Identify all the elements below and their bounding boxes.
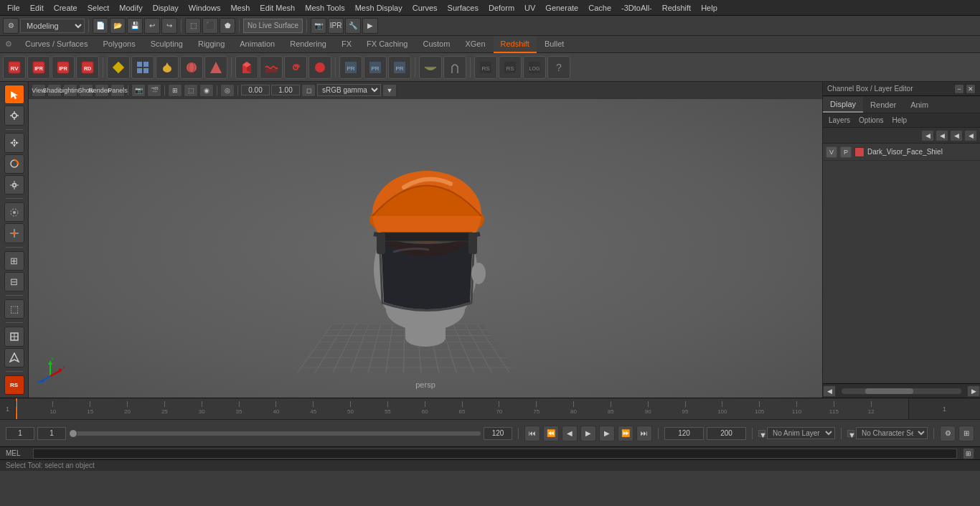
vp-camera-btn[interactable]: 📷 xyxy=(131,84,146,97)
range-end-input[interactable] xyxy=(484,427,512,440)
select-tool-btn[interactable] xyxy=(4,85,24,104)
tab-sculpting[interactable]: Sculpting xyxy=(143,36,190,53)
render-btn[interactable]: ▶ xyxy=(362,18,378,34)
shelf-icon-cube-red[interactable] xyxy=(235,56,258,79)
vp-grid-btn[interactable]: ⊞ xyxy=(168,84,182,97)
layer-color-swatch[interactable] xyxy=(854,147,864,157)
timeline-ruler[interactable]: 5101520253035404550556065707580859095100… xyxy=(16,398,908,419)
pb-settings-btn[interactable]: ⚙ xyxy=(940,426,956,441)
select-tool-btn[interactable]: ⬚ xyxy=(185,18,201,34)
next-key-btn[interactable]: ⏩ xyxy=(618,426,633,441)
shelf-icon-log[interactable]: LOG xyxy=(523,56,546,79)
no-live-surface-btn[interactable]: No Live Surface xyxy=(243,19,303,33)
play-forward-btn[interactable]: ▶ xyxy=(580,426,596,441)
shelf-icon-spiral[interactable] xyxy=(284,56,307,79)
layer-visibility-btn[interactable]: V xyxy=(826,146,837,158)
tab-redshift[interactable]: Redshift xyxy=(494,36,537,53)
workspace-dropdown[interactable]: Modeling xyxy=(20,19,85,33)
menu-create[interactable]: Create xyxy=(50,2,82,14)
shelf-icon-question[interactable]: ? xyxy=(547,56,570,79)
shelf-icon-sphere[interactable] xyxy=(180,56,203,79)
shelf-icon-ipr2[interactable]: IPR xyxy=(52,56,75,79)
ch-menu-layers[interactable]: Layers xyxy=(826,116,853,125)
new-file-btn[interactable]: 📄 xyxy=(93,18,108,34)
shelf-icon-render[interactable]: RD xyxy=(76,56,99,79)
layer-remove-btn[interactable]: ◀ xyxy=(936,130,948,141)
shelf-icon-smoke[interactable] xyxy=(443,56,466,79)
status-icon-btn[interactable]: ⊞ xyxy=(963,448,974,459)
menu-uv[interactable]: UV xyxy=(520,2,540,14)
shelf-icon-wave[interactable] xyxy=(260,56,283,79)
vp-wireframe-btn[interactable]: ⬚ xyxy=(184,84,198,97)
scale-tool-btn[interactable] xyxy=(4,175,24,195)
vp-isolate-btn[interactable]: ◎ xyxy=(220,84,235,97)
menu-display[interactable]: Display xyxy=(149,2,183,14)
menu-edit[interactable]: Edit xyxy=(26,2,48,14)
move-tool-btn[interactable] xyxy=(4,133,24,152)
vp-menu-renderer[interactable]: Renderer xyxy=(95,84,109,97)
tab-rigging[interactable]: Rigging xyxy=(191,36,232,53)
open-file-btn[interactable]: 📂 xyxy=(110,18,126,34)
viewport-canvas[interactable]: persp Y X Z xyxy=(29,99,822,398)
soft-select-btn[interactable] xyxy=(4,202,24,222)
menu-surfaces[interactable]: Surfaces xyxy=(443,2,483,14)
tab-bullet[interactable]: Bullet xyxy=(537,36,572,53)
ch-tab-display[interactable]: Display xyxy=(823,97,863,113)
menu-mesh[interactable]: Mesh xyxy=(226,2,254,14)
snap-to-grid-btn[interactable] xyxy=(4,223,24,243)
layer-add-btn[interactable]: ◀ xyxy=(921,130,934,141)
tab-fx[interactable]: FX xyxy=(334,36,359,53)
menu-curves[interactable]: Curves xyxy=(408,2,442,14)
vp-value1[interactable] xyxy=(241,85,270,95)
tab-animation[interactable]: Animation xyxy=(232,36,282,53)
menu-deform[interactable]: Deform xyxy=(484,2,519,14)
prev-key-btn[interactable]: ⏪ xyxy=(543,426,559,441)
tab-xgen[interactable]: XGen xyxy=(458,36,492,53)
tab-fx-caching[interactable]: FX Caching xyxy=(359,36,415,53)
tab-rendering[interactable]: Rendering xyxy=(283,36,334,53)
navigate-btn[interactable] xyxy=(4,348,24,367)
cb-collapse-btn[interactable]: − xyxy=(954,84,964,94)
max-frame2-input[interactable] xyxy=(707,427,746,440)
current-frame-input[interactable] xyxy=(37,427,66,440)
char-set-select[interactable]: No Character Set xyxy=(856,427,928,439)
layer-extra-btn[interactable]: ◀ xyxy=(964,130,977,141)
tabs-gear-icon[interactable]: ⚙ xyxy=(3,39,14,50)
shelf-icon-grid[interactable] xyxy=(131,56,154,79)
lasso-btn[interactable]: ⬛ xyxy=(202,18,218,34)
undo-btn[interactable]: ↩ xyxy=(144,18,160,34)
rp-scroll-left-btn[interactable]: ◀ xyxy=(823,385,836,397)
prev-frame-btn[interactable]: ◀ xyxy=(562,426,578,441)
menu-mesh-display[interactable]: Mesh Display xyxy=(351,2,407,14)
time-slider[interactable] xyxy=(69,431,481,436)
menu-redshift[interactable]: Redshift xyxy=(658,2,695,14)
menu-file[interactable]: File xyxy=(3,2,24,14)
vp-value2[interactable] xyxy=(271,85,300,95)
vp-gamma-arrow[interactable]: ▼ xyxy=(382,84,397,97)
redshift-icon-btn[interactable]: RS xyxy=(4,375,24,395)
tab-curves-surfaces[interactable]: Curves / Surfaces xyxy=(18,36,95,53)
settings-icon[interactable]: ⚙ xyxy=(3,18,19,34)
shelf-icon-pr1[interactable]: PR xyxy=(339,56,362,79)
frame-all-btn[interactable]: ⊞ xyxy=(4,251,24,271)
redo-btn[interactable]: ↪ xyxy=(161,18,177,34)
render-settings-btn[interactable]: 🔧 xyxy=(345,18,361,34)
shelf-icon-rv[interactable]: RV xyxy=(3,56,26,79)
shelf-icon-bowl[interactable] xyxy=(419,56,442,79)
menu-windows[interactable]: Windows xyxy=(184,2,225,14)
tab-polygons[interactable]: Polygons xyxy=(95,36,142,53)
layer-playback-btn[interactable]: P xyxy=(840,146,852,158)
vp-menu-panels[interactable]: Panels xyxy=(110,84,125,97)
transform-tool-btn[interactable] xyxy=(4,106,24,125)
vp-gamma-select[interactable]: sRGB gamma xyxy=(317,84,381,96)
go-to-end-btn[interactable]: ⏭ xyxy=(636,426,652,441)
shelf-icon-pr2[interactable]: PR xyxy=(364,56,387,79)
time-slider-thumb[interactable] xyxy=(69,429,77,438)
anim-layer-arrow[interactable]: ▼ xyxy=(758,430,765,437)
shelf-icon-drop[interactable] xyxy=(156,56,179,79)
render-view-btn[interactable]: 📷 xyxy=(311,18,326,34)
paint-btn[interactable]: ⬟ xyxy=(220,18,235,34)
rp-scroll-right-btn[interactable]: ▶ xyxy=(967,385,980,397)
ch-tab-anim[interactable]: Anim xyxy=(903,98,936,112)
menu-modify[interactable]: Modify xyxy=(115,2,146,14)
